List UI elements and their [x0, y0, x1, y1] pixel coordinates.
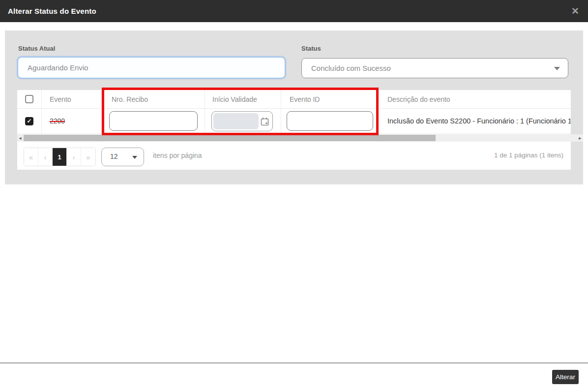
- date-input-disabled-area: [213, 113, 259, 129]
- status-atual-label: Status Atual: [18, 45, 55, 52]
- chevron-down-icon: [554, 67, 560, 70]
- event-description: Inclusão do Evento S2200 - Funcionário :…: [387, 117, 571, 125]
- first-page-button[interactable]: «: [24, 148, 38, 166]
- header-descricao: Descrição do evento: [379, 90, 571, 108]
- pagination-bar: « ‹ 1 › » 12 itens por página 1 de 1 pág…: [17, 141, 571, 170]
- header-descricao-label: Descrição do evento: [387, 95, 450, 103]
- header-inicio-validade: Início Validade: [205, 90, 281, 108]
- scroll-right-icon[interactable]: ►: [577, 134, 583, 142]
- alterar-button[interactable]: Alterar: [552, 370, 579, 384]
- page-summary: 1 de 1 páginas (1 itens): [494, 151, 563, 159]
- header-checkbox-cell: [17, 90, 42, 108]
- close-icon[interactable]: ✕: [569, 0, 581, 22]
- chevron-down-icon: [132, 156, 137, 159]
- select-all-checkbox[interactable]: [25, 95, 33, 103]
- horizontal-scrollbar[interactable]: ◄ ►: [17, 134, 583, 142]
- footer-divider: [0, 362, 588, 363]
- row-checkbox[interactable]: ✓: [25, 117, 33, 125]
- header-evento-id-label: Evento ID: [290, 95, 320, 103]
- header-nro-recibo: Nro. Recibo: [102, 90, 205, 108]
- row-nro-recibo-cell: [102, 109, 205, 133]
- header-nro-recibo-label: Nro. Recibo: [112, 95, 148, 103]
- page-size-value: 12: [110, 152, 118, 160]
- change-event-status-modal: Alterar Status do Evento ✕ Status Atual …: [0, 0, 588, 391]
- row-inicio-validade-cell: [205, 109, 281, 133]
- row-evento-cell: 2200: [42, 109, 102, 133]
- pager-group: « ‹ 1 › »: [24, 148, 96, 166]
- header-evento-label: Evento: [50, 95, 71, 103]
- status-atual-input[interactable]: [17, 57, 286, 79]
- header-evento: Evento: [42, 90, 102, 108]
- last-page-button[interactable]: »: [81, 148, 95, 166]
- header-inicio-validade-label: Início Validade: [212, 95, 257, 103]
- status-select[interactable]: Concluído com Sucesso: [301, 58, 568, 78]
- current-page-button[interactable]: 1: [53, 148, 67, 166]
- evento-code: 2200: [50, 117, 65, 125]
- modal-title: Alterar Status do Evento: [0, 7, 96, 15]
- row-checkbox-cell: ✓: [17, 109, 42, 133]
- items-per-page-label: itens por página: [153, 151, 202, 159]
- row-evento-id-cell: [281, 109, 379, 133]
- calendar-icon[interactable]: [261, 117, 269, 128]
- page-size-select[interactable]: 12: [101, 148, 144, 166]
- header-evento-id: Evento ID: [281, 90, 379, 108]
- modal-header: Alterar Status do Evento ✕: [0, 0, 588, 22]
- next-page-button[interactable]: ›: [67, 148, 81, 166]
- table-header-row: Evento Nro. Recibo Início Validade Event…: [17, 90, 571, 109]
- modal-body-panel: Status Atual Status Concluído com Sucess…: [5, 30, 583, 184]
- scroll-left-icon[interactable]: ◄: [17, 134, 23, 142]
- row-descricao-cell: Inclusão do Evento S2200 - Funcionário :…: [379, 109, 571, 133]
- scrollbar-thumb[interactable]: [24, 135, 436, 141]
- events-table: Evento Nro. Recibo Início Validade Event…: [17, 90, 571, 170]
- table-row: ✓ 2200: [17, 109, 571, 134]
- evento-id-input[interactable]: [287, 111, 373, 131]
- status-select-value: Concluído com Sucesso: [302, 64, 391, 72]
- nro-recibo-input[interactable]: [109, 111, 198, 131]
- inicio-validade-input[interactable]: [211, 111, 273, 131]
- status-label: Status: [301, 45, 321, 52]
- prev-page-button[interactable]: ‹: [38, 148, 53, 166]
